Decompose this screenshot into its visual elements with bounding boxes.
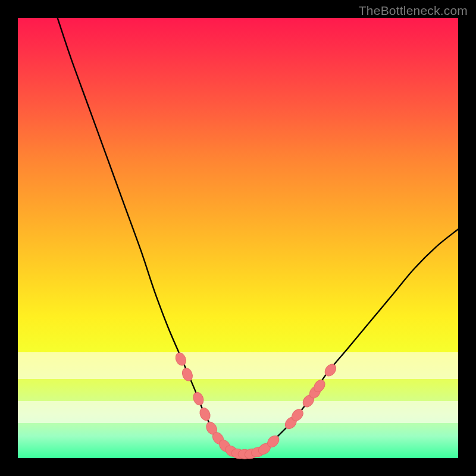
curve-svg xyxy=(18,18,458,458)
curve-marker xyxy=(180,367,194,382)
curve-marker xyxy=(192,391,205,406)
chart-frame: TheBottleneck.com xyxy=(0,0,476,476)
curve-markers xyxy=(174,351,338,460)
bottleneck-curve xyxy=(58,18,458,454)
curve-marker xyxy=(198,406,212,422)
watermark-text: TheBottleneck.com xyxy=(359,4,468,18)
curve-marker xyxy=(174,351,187,367)
plot-area xyxy=(18,18,458,458)
